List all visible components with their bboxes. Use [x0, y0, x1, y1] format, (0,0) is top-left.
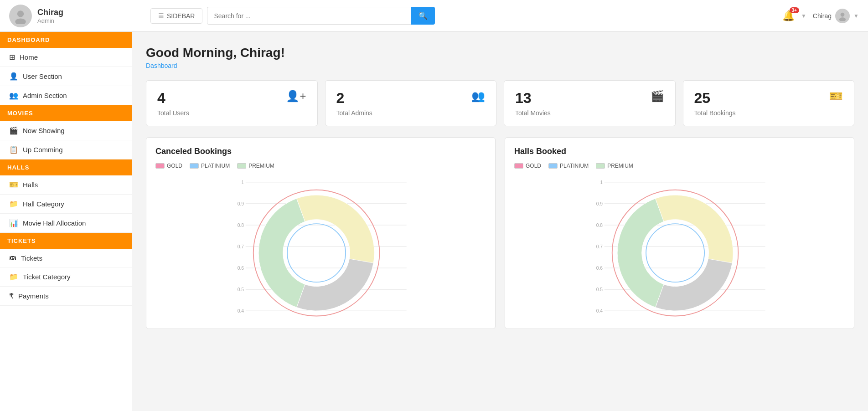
svg-text:0.7: 0.7 [596, 244, 603, 249]
legend-color-platinium [548, 163, 558, 169]
sidebar-item-label-halls: Halls [23, 181, 38, 189]
stat-number-total-admins: 2 [336, 90, 345, 107]
search-button[interactable]: 🔍 [411, 7, 435, 25]
halls-icon: 🎫 [9, 180, 18, 189]
legend-label-gold: GOLD [526, 163, 541, 169]
legend-item-gold: GOLD [155, 163, 182, 169]
svg-point-2 [841, 12, 845, 16]
home-icon: ⊞ [9, 53, 15, 62]
sidebar-item-admin-section[interactable]: 👥 Admin Section [0, 86, 132, 105]
sidebar-item-tickets[interactable]: 🎟 Tickets [0, 249, 132, 267]
search-icon: 🔍 [418, 12, 428, 20]
chart-area-halls-booked: 10.90.80.70.60.50.4 [514, 174, 845, 319]
top-nav: Chirag Admin ☰ SIDEBAR 🔍 🔔 3+ ▼ Chirag ▼ [0, 0, 868, 32]
stat-label-total-bookings: Total Bookings [694, 109, 843, 117]
sidebar-section-dashboard: DASHBOARD [0, 32, 132, 48]
stat-card-total-users: 4 👤+ Total Users [146, 80, 318, 126]
right-user-name: Chirag [813, 12, 832, 20]
svg-point-0 [17, 10, 24, 17]
sidebar-item-label-user-section: User Section [23, 72, 62, 80]
svg-point-1 [15, 18, 26, 24]
stat-label-total-admins: Total Admins [336, 109, 486, 117]
svg-text:0.8: 0.8 [596, 223, 603, 228]
sidebar-item-ticket-category[interactable]: 📁 Ticket Category [0, 267, 132, 287]
sidebar-item-home[interactable]: ⊞ Home [0, 48, 132, 67]
legend-item-premium: PREMIUM [596, 163, 633, 169]
stat-icon-total-movies: 🎬 [651, 90, 664, 103]
dropdown-arrow-icon: ▼ [853, 13, 859, 19]
sidebar-section-movies: MOVIES [0, 105, 132, 121]
user-dropdown[interactable]: Chirag ▼ [813, 9, 859, 23]
sidebar-item-label-tickets: Tickets [21, 254, 42, 262]
ticket-category-icon: 📁 [9, 272, 18, 281]
svg-text:0.6: 0.6 [596, 266, 603, 271]
stat-label-total-users: Total Users [157, 109, 306, 117]
svg-text:0.6: 0.6 [238, 266, 244, 271]
search-input[interactable] [207, 7, 411, 25]
top-nav-middle: ☰ SIDEBAR 🔍 [141, 7, 782, 25]
greeting: Good Morning, Chirag! [146, 46, 854, 60]
svg-point-19 [287, 224, 346, 282]
stat-cards: 4 👤+ Total Users 2 👥 Total Admins 13 🎬 T… [146, 80, 854, 126]
avatar [9, 5, 32, 27]
sidebar-item-up-coming[interactable]: 📋 Up Comming [0, 140, 132, 159]
right-avatar [835, 9, 850, 23]
svg-text:0.4: 0.4 [238, 308, 244, 313]
svg-text:0.4: 0.4 [596, 308, 603, 313]
svg-text:0.9: 0.9 [596, 201, 603, 206]
payments-icon: ₹ [9, 292, 14, 300]
sidebar-item-halls[interactable]: 🎫 Halls [0, 175, 132, 195]
legend-color-platinium [190, 163, 199, 169]
hamburger-icon: ☰ [158, 12, 164, 20]
legend-item-gold: GOLD [514, 163, 541, 169]
up-coming-icon: 📋 [9, 145, 18, 154]
sidebar-item-label-home: Home [20, 53, 38, 61]
legend-label-premium: PREMIUM [248, 163, 274, 169]
chart-title-canceled-bookings: Canceled Bookings [155, 147, 486, 156]
sidebar-item-payments[interactable]: ₹ Payments [0, 287, 132, 306]
layout: DASHBOARD ⊞ Home 👤 User Section 👥 Admin … [0, 32, 868, 411]
sidebar-item-label-payments: Payments [18, 292, 49, 300]
stat-card-top: 2 👥 [336, 90, 486, 107]
main-content: Good Morning, Chirag! Dashboard 4 👤+ Tot… [132, 32, 868, 411]
search-container: 🔍 [207, 7, 435, 25]
sidebar-item-movie-hall-allocation[interactable]: 📊 Movie Hall Allocation [0, 214, 132, 233]
breadcrumb: Dashboard [146, 62, 854, 69]
sidebar-item-label-hall-category: Hall Category [23, 200, 64, 208]
charts-row: Canceled Bookings GOLD PLATINIUM PREMIUM… [146, 137, 854, 329]
movie-hall-allocation-icon: 📊 [9, 219, 18, 227]
user-info: Chirag Admin [37, 8, 63, 24]
svg-text:0.5: 0.5 [238, 287, 244, 292]
legend-color-premium [596, 163, 605, 169]
stat-icon-total-admins: 👥 [471, 90, 485, 103]
sidebar-section-halls: HALLS [0, 159, 132, 175]
sidebar: DASHBOARD ⊞ Home 👤 User Section 👥 Admin … [0, 32, 132, 411]
sidebar-item-user-section[interactable]: 👤 User Section [0, 67, 132, 86]
notification-badge: 3+ [790, 7, 799, 13]
sidebar-item-hall-category[interactable]: 📁 Hall Category [0, 195, 132, 214]
svg-text:1: 1 [241, 180, 244, 185]
user-role: Admin [37, 17, 63, 24]
top-nav-right: 🔔 3+ ▼ Chirag ▼ [782, 9, 859, 23]
stat-icon-total-users: 👤+ [286, 90, 306, 103]
svg-text:0.5: 0.5 [596, 287, 603, 292]
svg-point-3 [839, 17, 846, 21]
svg-text:1: 1 [600, 180, 603, 185]
legend-item-premium: PREMIUM [237, 163, 274, 169]
legend-label-premium: PREMIUM [607, 163, 633, 169]
sidebar-item-now-showing[interactable]: 🎬 Now Showing [0, 121, 132, 140]
chart-card-halls-booked: Halls Booked GOLD PLATINIUM PREMIUM 10.9… [505, 137, 854, 329]
chart-title-halls-booked: Halls Booked [514, 147, 845, 156]
svg-text:0.8: 0.8 [238, 223, 244, 228]
stat-card-top: 25 🎫 [694, 90, 843, 107]
legend-label-gold: GOLD [167, 163, 182, 169]
user-section-icon: 👤 [9, 72, 18, 81]
sidebar-item-label-admin-section: Admin Section [23, 92, 67, 99]
legend-color-premium [237, 163, 246, 169]
chart-legend-canceled-bookings: GOLD PLATINIUM PREMIUM [155, 163, 486, 169]
sidebar-toggle-button[interactable]: ☰ SIDEBAR [150, 8, 202, 24]
stat-card-total-bookings: 25 🎫 Total Bookings [683, 80, 855, 126]
svg-point-35 [646, 224, 704, 282]
notification-bell[interactable]: 🔔 3+ [782, 10, 795, 22]
sidebar-item-label-ticket-category: Ticket Category [23, 273, 70, 281]
